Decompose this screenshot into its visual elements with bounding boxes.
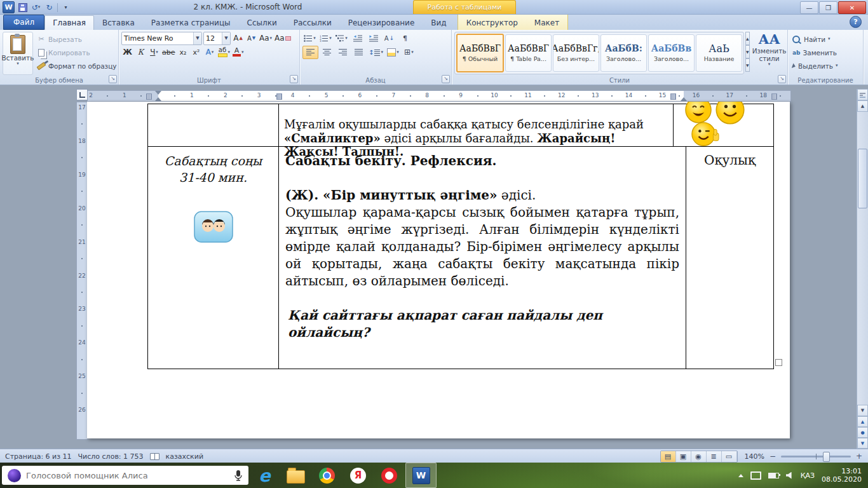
maximize-button[interactable]: ❐ <box>819 1 837 14</box>
shrink-font-button[interactable]: А▼ <box>245 32 257 44</box>
close-button[interactable]: ✕ <box>838 1 866 14</box>
clipboard-dialog-launcher[interactable]: ↘ <box>109 75 117 83</box>
paste-button[interactable]: Вставить ▾ <box>3 32 33 75</box>
line-spacing-button[interactable]: ↕▾ <box>367 46 384 58</box>
alice-search-box[interactable]: Голосовой помощник Алиса <box>2 466 248 485</box>
print-layout-view-button[interactable]: ▤ <box>661 451 676 462</box>
styles-dialog-launcher[interactable]: ↘ <box>778 75 786 83</box>
document-page[interactable]: Мұғалім оқушыларды сабаққа қатысу белсен… <box>87 102 790 438</box>
multilevel-list-button[interactable]: ▾ <box>334 32 349 44</box>
table-cell-smileys[interactable] <box>674 104 773 147</box>
redo-icon[interactable]: ↻ <box>44 2 55 13</box>
help-button[interactable]: ? <box>850 16 862 28</box>
table-column-marker[interactable] <box>771 93 777 100</box>
table-resize-handle[interactable] <box>775 359 782 366</box>
ribbon-tab-contextual[interactable]: Конструктор <box>458 15 526 30</box>
copy-button[interactable]: Копировать <box>35 46 119 58</box>
horizontal-ruler[interactable]: 2112345678910111213141516171819 <box>87 90 791 102</box>
ruler-toggle-button[interactable] <box>857 89 868 100</box>
change-case-button[interactable]: Аа▾ <box>259 32 273 44</box>
highlight-color-button[interactable]: аб▾ <box>217 46 231 58</box>
table-cell-stage-top[interactable] <box>148 104 279 147</box>
align-left-button[interactable] <box>302 46 318 59</box>
paragraph-dialog-launcher[interactable]: ↘ <box>442 75 450 83</box>
font-name-combo[interactable]: Times New Ro▼ <box>121 32 202 45</box>
table-cell-stage[interactable]: Сабақтың соңы 31-40 мин. <box>148 147 279 369</box>
minimize-button[interactable]: — <box>800 1 818 14</box>
zoom-slider[interactable] <box>781 451 851 461</box>
word-count[interactable]: Число слов: 1 753 <box>78 452 144 461</box>
previous-page-button[interactable]: ▲ <box>857 416 868 427</box>
replace-button[interactable]: ab Заменить <box>790 46 860 58</box>
save-icon[interactable] <box>17 2 28 13</box>
hanging-indent-marker[interactable] <box>155 97 161 101</box>
justify-button[interactable] <box>351 46 366 58</box>
first-line-indent-marker[interactable] <box>155 91 161 95</box>
format-painter-button[interactable]: Формат по образцу <box>35 60 119 72</box>
language-indicator[interactable]: казахский <box>166 452 203 461</box>
ribbon-tab[interactable]: Главная <box>44 15 94 30</box>
taskbar-chrome-icon[interactable] <box>312 463 342 487</box>
paste-dropdown-icon[interactable]: ▾ <box>17 62 19 66</box>
table-column-marker[interactable] <box>670 93 676 100</box>
align-center-button[interactable] <box>320 46 334 58</box>
clock[interactable]: 13:01 08.05.2020 <box>822 467 862 484</box>
subscript-button[interactable]: x₂ <box>177 46 189 58</box>
taskbar-word-icon[interactable]: W <box>405 463 437 488</box>
tray-battery-icon[interactable] <box>768 473 779 478</box>
scrollbar-track[interactable] <box>857 112 868 405</box>
taskbar-yandex-icon[interactable]: Я <box>343 463 373 487</box>
word-logo-icon[interactable]: W <box>3 1 15 13</box>
right-indent-marker[interactable] <box>681 97 687 101</box>
style-tile[interactable]: АаБбВвГг, Без интер... <box>553 34 599 72</box>
proofing-icon[interactable] <box>150 453 159 460</box>
style-tile[interactable]: АаЬ Название <box>696 34 742 72</box>
scroll-down-button[interactable]: ▼ <box>857 405 868 416</box>
find-button[interactable]: Найти▾ <box>790 33 860 45</box>
browse-object-button[interactable]: ● <box>857 427 868 438</box>
borders-button[interactable]: ⊞▾ <box>402 46 416 58</box>
language-switcher[interactable]: ҚАЗ <box>801 471 815 480</box>
styles-scroll-up-icon[interactable]: ▲ <box>745 32 750 45</box>
tray-display-icon[interactable] <box>750 471 761 480</box>
draft-view-button[interactable]: ▭ <box>722 451 737 462</box>
styles-more-icon[interactable]: ▼ <box>745 58 750 72</box>
italic-button[interactable]: К <box>135 46 147 58</box>
table-cell-assessment[interactable]: Мұғалім оқушыларды сабаққа қатысу белсен… <box>279 104 674 147</box>
taskbar-opera-icon[interactable] <box>374 463 404 487</box>
ribbon-tab-contextual[interactable]: Макет <box>526 15 567 30</box>
grow-font-button[interactable]: А▲ <box>232 32 244 44</box>
decrease-indent-button[interactable] <box>350 32 365 44</box>
font-color-button[interactable]: А▾ <box>232 46 245 58</box>
zoom-in-button[interactable]: + <box>854 451 864 461</box>
tray-expand-icon[interactable] <box>738 474 743 477</box>
next-page-button[interactable]: ▼ <box>857 438 868 449</box>
table-cell-resources[interactable]: Оқулық <box>686 147 773 369</box>
sort-button[interactable]: А↓ <box>382 32 397 44</box>
ribbon-tab[interactable]: Разметка страницы <box>143 15 239 30</box>
tray-volume-icon[interactable] <box>786 472 794 479</box>
zoom-out-button[interactable]: − <box>768 451 778 461</box>
font-name-dropdown-icon[interactable]: ▼ <box>193 32 201 44</box>
undo-icon[interactable]: ↺▾ <box>31 2 41 13</box>
taskbar-ie-icon[interactable]: e <box>250 463 280 487</box>
styles-scroll-down-icon[interactable]: ▼ <box>745 45 750 58</box>
bullets-button[interactable]: ▾ <box>302 32 317 44</box>
style-tile[interactable]: АаБбВвГ ¶ Table Pa... <box>505 34 552 72</box>
table-cell-content[interactable]: Сабақты бекіту. Рефлексия. (Ж). «Бір мин… <box>279 147 686 369</box>
customize-qat-icon[interactable]: ▾ <box>60 2 71 13</box>
fullscreen-view-button[interactable]: ▣ <box>676 451 691 462</box>
font-dialog-launcher[interactable]: ↘ <box>290 75 298 83</box>
ribbon-tab[interactable]: Файл <box>3 15 44 30</box>
show-paragraph-marks-button[interactable]: ¶ <box>398 32 412 44</box>
table-column-marker[interactable] <box>146 93 152 100</box>
ribbon-tab[interactable]: Рассылки <box>285 15 340 30</box>
lesson-table[interactable]: Мұғалім оқушыларды сабаққа қатысу белсен… <box>147 104 774 369</box>
ribbon-tab[interactable]: Ссылки <box>239 15 285 30</box>
superscript-button[interactable]: x² <box>191 46 203 58</box>
table-column-marker[interactable] <box>276 93 282 100</box>
style-tile[interactable]: АаБбВ: Заголово... <box>600 34 647 72</box>
shading-button[interactable]: ▾ <box>386 46 400 58</box>
outline-view-button[interactable]: ≣ <box>707 451 722 462</box>
zoom-level[interactable]: 140% <box>745 452 764 461</box>
